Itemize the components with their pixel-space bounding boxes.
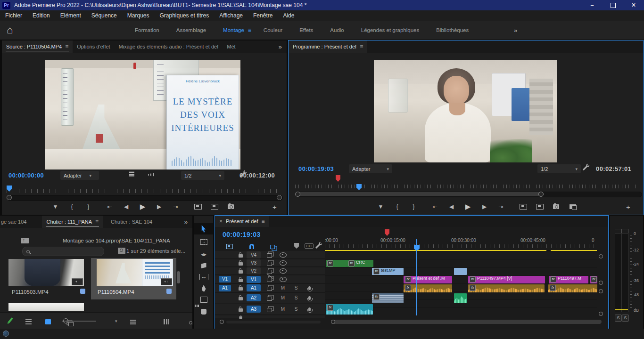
program-compare-view-button[interactable] <box>564 203 581 210</box>
audio-clip-gold-2[interactable]: fx <box>468 284 545 292</box>
workspace-tab-montage[interactable]: Montage <box>215 27 253 33</box>
timeline-ruler[interactable]: :00:00 00:00:15:00 00:00:30:00 00:00:45:… <box>325 229 597 250</box>
program-lift-button[interactable] <box>515 203 531 211</box>
tool-ripple-edit[interactable]: ◂▸ <box>194 249 213 260</box>
project-tabs-overflow-chevron[interactable]: » <box>184 218 192 226</box>
project-scrollbar[interactable] <box>177 271 180 283</box>
workspace-tab-effets[interactable]: Effets <box>291 27 322 33</box>
source-goto-in-button[interactable]: ⇤ <box>101 203 118 210</box>
timeline-panel-menu-icon[interactable]: ≡ <box>262 218 265 225</box>
menu-marques[interactable]: Marques <box>122 12 155 19</box>
timeline-hscroll-left-knob[interactable] <box>220 320 224 324</box>
workspace-tab-formation[interactable]: Formation <box>126 27 168 33</box>
voiceover-mic-icon[interactable] <box>308 286 311 290</box>
sort-chevron-icon[interactable]: ▾ <box>115 319 117 323</box>
timeline-sequence-marker-red[interactable] <box>385 229 389 236</box>
source-overwrite-button[interactable] <box>206 203 223 211</box>
lock-icon[interactable] <box>239 279 243 282</box>
source-patch-empty[interactable] <box>219 251 231 258</box>
tool-track-select-forward[interactable]: → <box>194 236 213 248</box>
program-goto-out-button[interactable]: ⇥ <box>493 203 509 210</box>
toggle-track-output-eye-icon[interactable] <box>280 252 287 258</box>
program-zoom-bar[interactable] <box>296 192 541 196</box>
program-sequence-marker-red[interactable] <box>336 175 340 182</box>
clip-green-crc[interactable]: fxCRC <box>347 260 373 267</box>
source-panel-menu-icon[interactable]: ≡ <box>65 43 68 50</box>
menu-edition[interactable]: Edition <box>27 12 55 19</box>
timeline-hscroll-bar[interactable] <box>333 320 602 324</box>
clip-green-1[interactable]: fx <box>326 260 347 267</box>
tab-mixage-audio[interactable]: Mixage des éléments audio : Présent et d… <box>115 40 223 53</box>
timeline-playhead-line[interactable] <box>416 239 417 315</box>
track-target-a2[interactable]: A2 <box>247 294 261 301</box>
lock-icon[interactable] <box>239 287 243 291</box>
source-goto-out-button[interactable]: ⇥ <box>167 203 184 210</box>
breadcrumb[interactable]: Montage sae 104.prproj\SAE 104\111_PANA <box>63 238 170 243</box>
source-patch-empty[interactable] <box>219 260 231 266</box>
program-current-timecode[interactable]: 00:00:19:03 <box>298 165 334 172</box>
timeline-hscroll-handle[interactable] <box>331 320 335 324</box>
solo-button-a2[interactable]: S <box>292 295 300 300</box>
clip-thumbnail-partial[interactable] <box>8 303 84 311</box>
workspace-tab-bibliotheques[interactable]: Bibliothèques <box>428 27 477 33</box>
program-fit-dropdown[interactable]: Adapter ▾ <box>349 164 392 173</box>
sync-status-globe-icon[interactable] <box>3 331 9 337</box>
program-step-back-button[interactable]: ◀ <box>443 203 460 210</box>
snap-icon[interactable] <box>249 244 254 249</box>
sync-lock-icon[interactable] <box>267 287 272 291</box>
tab-source-clip[interactable]: Source : P1110504.MP4 ≡ <box>2 40 73 53</box>
audio-meters-panel[interactable]: 0 -12 -24 -36 -48 dB S S <box>610 216 643 329</box>
source-patch-empty[interactable] <box>219 306 231 313</box>
tool-pen[interactable] <box>194 282 213 294</box>
workspace-tab-couleur[interactable]: Couleur <box>255 27 291 33</box>
clip-present-et-def[interactable]: fxPrésent et def .M <box>404 276 452 283</box>
toggle-track-output-eye-icon[interactable] <box>280 277 287 282</box>
program-play-button[interactable]: ▶ <box>460 202 476 211</box>
tool-selection[interactable] <box>194 223 213 234</box>
timeline-hscroll-track[interactable] <box>226 321 321 323</box>
workspace-tab-legendes[interactable]: Légendes et graphiques <box>353 27 428 33</box>
source-patch-a1[interactable]: A1 <box>219 285 231 291</box>
program-playhead[interactable] <box>356 184 362 190</box>
icon-view-icon[interactable] <box>45 319 51 324</box>
timeline-vscroll-handle[interactable] <box>599 312 603 316</box>
sync-lock-icon[interactable] <box>267 262 272 266</box>
freeform-view-icon[interactable] <box>68 322 74 326</box>
navigate-up-icon[interactable] <box>21 238 29 243</box>
program-add-marker-button[interactable]: ▼ <box>372 203 389 210</box>
source-mark-in-button[interactable]: { <box>64 203 80 210</box>
voiceover-mic-icon[interactable] <box>308 296 311 300</box>
source-patch-empty[interactable] <box>219 268 231 274</box>
source-current-timecode[interactable]: 00:00:00:00 <box>8 172 44 179</box>
tab-bin-111-pana[interactable]: Chutier : 111_PANA ≡ <box>42 216 103 228</box>
track-target-v2[interactable]: V2 <box>247 267 261 274</box>
label-color-chip[interactable] <box>166 289 172 294</box>
program-extract-button[interactable] <box>531 203 548 211</box>
program-mark-out-button[interactable]: } <box>405 203 422 210</box>
source-patch-v1[interactable]: V1 <box>219 276 231 282</box>
captions-cc-icon[interactable]: CC <box>305 243 314 249</box>
tool-razor[interactable] <box>194 260 213 271</box>
voiceover-mic-icon[interactable] <box>308 307 311 311</box>
sync-lock-disabled-icon[interactable] <box>267 278 272 282</box>
menu-graphiques[interactable]: Graphiques et titres <box>154 12 214 19</box>
audio-clip-cyan[interactable]: fx <box>326 304 373 315</box>
tab-metadonnees-truncated[interactable]: Mét <box>223 40 239 53</box>
source-zoom-handle-left[interactable] <box>7 195 12 200</box>
label-color-chip[interactable] <box>80 289 85 294</box>
menu-fenetre[interactable]: Fenêtre <box>248 12 278 19</box>
lock-icon[interactable] <box>239 308 243 312</box>
clip-name-p1110504[interactable]: P1110504.MP4 <box>98 289 134 295</box>
program-zoom-dropdown[interactable]: 1/2 ▾ <box>537 164 581 173</box>
source-step-back-button[interactable]: ◀ <box>118 203 134 210</box>
tool-hand[interactable] <box>194 306 213 317</box>
source-step-forward-button[interactable]: ▶ <box>151 203 167 210</box>
timeline-current-timecode[interactable]: 00:00:19:03 <box>223 231 261 238</box>
find-icon[interactable] <box>189 321 192 324</box>
menu-fichier[interactable]: Fichier <box>0 12 27 19</box>
workspace-tab-audio[interactable]: Audio <box>322 27 352 33</box>
source-scroll-track[interactable] <box>7 195 283 201</box>
mute-button-a1[interactable]: M <box>279 285 287 291</box>
workspace-menu-icon[interactable]: ≡ <box>248 27 251 33</box>
source-patch-empty[interactable] <box>219 295 231 301</box>
